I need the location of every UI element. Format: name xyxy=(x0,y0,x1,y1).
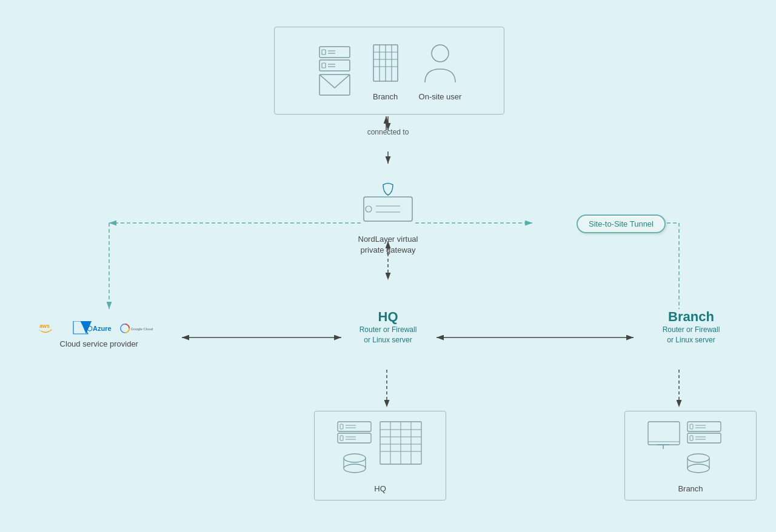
user-icon-group: On-site user xyxy=(419,40,462,101)
branch-bottom-box: Branch xyxy=(624,411,757,500)
svg-rect-51 xyxy=(340,436,343,441)
cloud-logos: aws ⬡Azure Google Cloud xyxy=(39,321,159,336)
svg-point-34 xyxy=(432,45,449,62)
aws-logo: aws xyxy=(39,321,64,336)
hq-title: HQ xyxy=(378,309,398,325)
svg-rect-35 xyxy=(364,197,412,221)
gcloud-logo: Google Cloud xyxy=(116,321,159,336)
svg-rect-47 xyxy=(340,424,343,429)
svg-rect-23 xyxy=(322,63,326,68)
svg-rect-70 xyxy=(687,422,721,431)
branch-subtitle: Router or Firewallor Linux server xyxy=(663,325,720,345)
servers-icon xyxy=(317,44,352,99)
svg-text:Google Cloud: Google Cloud xyxy=(130,327,153,331)
branch-label: Branch xyxy=(373,92,398,101)
branch-box-label: Branch xyxy=(678,484,703,493)
svg-point-36 xyxy=(366,206,372,212)
hq-bottom-box: HQ xyxy=(314,411,446,500)
svg-text:aws: aws xyxy=(39,323,50,329)
branch-title: Branch xyxy=(668,309,714,325)
gateway-box: NordLayer virtual private gateway xyxy=(358,182,418,256)
svg-line-40 xyxy=(50,330,52,331)
top-box: Branch On-site user xyxy=(274,27,504,115)
svg-rect-46 xyxy=(338,422,371,431)
hq-box-label: HQ xyxy=(374,484,386,493)
branch-icon-group: Branch xyxy=(370,40,401,101)
user-label: On-site user xyxy=(419,92,462,101)
svg-rect-26 xyxy=(319,75,350,95)
user-icon xyxy=(422,40,458,88)
diagram: Branch On-site user connected to xyxy=(0,0,776,532)
gateway-label: NordLayer virtual private gateway xyxy=(358,234,418,256)
svg-rect-19 xyxy=(322,50,326,55)
hq-box-icon xyxy=(332,419,429,479)
cloud-section: aws ⬡Azure Google Cloud Cloud service pr… xyxy=(39,321,159,348)
svg-rect-50 xyxy=(338,433,371,443)
svg-rect-71 xyxy=(690,424,693,429)
svg-point-81 xyxy=(687,464,709,473)
connected-to-label: connected to xyxy=(349,126,427,137)
tunnel-pill: Site-to-Site Tunnel xyxy=(577,214,666,233)
branch-box-icon xyxy=(645,419,736,479)
hq-subtitle: Router or Firewallor Linux server xyxy=(360,325,417,345)
svg-rect-22 xyxy=(319,60,350,71)
hq-section: HQ Router or Firewallor Linux server xyxy=(349,309,427,345)
branch-building-icon xyxy=(370,40,401,88)
svg-rect-75 xyxy=(690,436,693,441)
cloud-label: Cloud service provider xyxy=(60,339,138,348)
svg-rect-18 xyxy=(319,47,350,58)
branch-section: Branch Router or Firewallor Linux server xyxy=(637,309,746,345)
svg-rect-74 xyxy=(687,433,721,443)
svg-point-65 xyxy=(344,464,366,473)
svg-point-78 xyxy=(687,454,709,462)
gateway-icon xyxy=(358,182,418,230)
svg-rect-66 xyxy=(648,422,680,445)
top-box-icons: Branch On-site user xyxy=(317,40,462,101)
azure-text: ⬡Azure xyxy=(87,325,112,333)
svg-point-62 xyxy=(344,454,366,462)
tunnel-label: Site-to-Site Tunnel xyxy=(589,219,654,228)
servers-icon-group xyxy=(317,44,352,101)
